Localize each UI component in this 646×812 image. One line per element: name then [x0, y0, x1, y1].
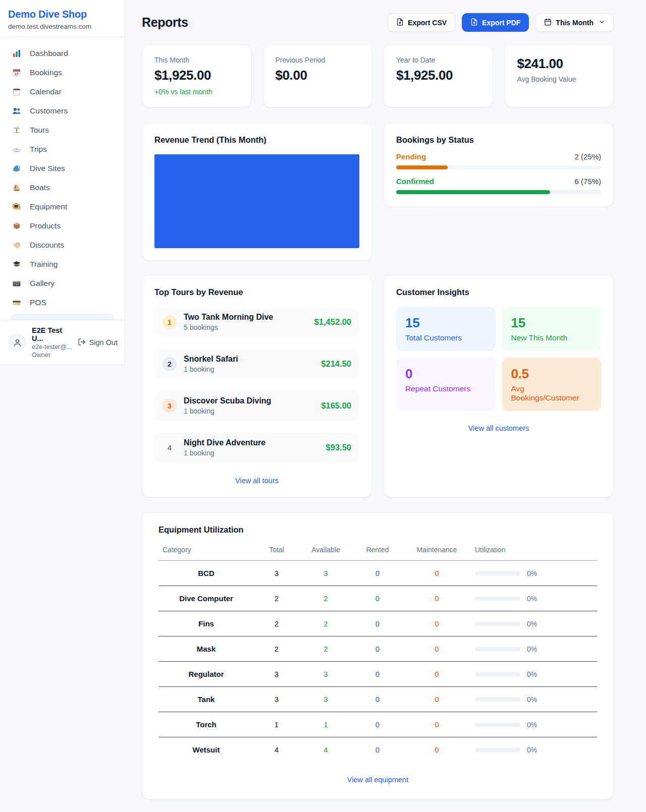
sidebar-item-boats[interactable]: Boats — [6, 178, 119, 197]
sidebar-item-discounts[interactable]: Discounts — [6, 236, 119, 255]
mid-row: Top Tours by Revenue 1 Two Tank Morning … — [142, 275, 614, 497]
cell-maintenance: 0 — [403, 611, 471, 636]
stat-label: Year to Date — [396, 56, 480, 64]
view-all-tours-link[interactable]: View all tours — [154, 477, 359, 485]
status-row-confirmed: Confirmed 6 (75%) — [396, 177, 601, 194]
sidebar-item-trips[interactable]: Trips — [6, 140, 119, 159]
camera-icon — [12, 279, 22, 288]
tour-row[interactable]: 4 Night Dive Adventure 1 booking $93.50 — [154, 433, 359, 462]
sidebar-item-dashboard[interactable]: Dashboard — [6, 44, 119, 63]
sidebar-item-label: Dashboard — [30, 49, 68, 58]
sidebar-item-dive-sites[interactable]: Dive Sites — [6, 159, 119, 178]
tile-avg-bookings-customer: 0.5 Avg Bookings/Customer — [502, 358, 602, 411]
sidebar-user-footer: E2E Test U... e2e-tester@... Owner Sign … — [0, 320, 125, 365]
stat-card-year-to-date: Year to Date $1,925.00 — [384, 44, 493, 107]
cell-rented: 0 — [352, 737, 403, 763]
sidebar-item-tours[interactable]: Tours — [6, 121, 119, 140]
period-select[interactable]: This Month — [535, 13, 614, 32]
user-name: E2E Test U... — [32, 326, 72, 342]
tour-amount: $1,452.00 — [314, 317, 351, 327]
progress-track — [396, 190, 601, 194]
view-all-customers-link[interactable]: View all customers — [396, 424, 601, 432]
status-value: 2 (25%) — [574, 152, 601, 161]
cell-available: 4 — [299, 737, 352, 763]
cell-rented: 0 — [352, 662, 403, 687]
cell-category: Torch — [158, 712, 254, 737]
export-pdf-label: Export PDF — [482, 19, 520, 27]
cell-available: 2 — [299, 611, 352, 636]
cell-rented: 0 — [352, 712, 403, 737]
sidebar-item-reports-partial[interactable] — [10, 314, 115, 320]
tile-value: 15 — [511, 315, 593, 331]
period-label: This Month — [556, 19, 594, 27]
tile-value: 0 — [405, 366, 487, 382]
equipment-table: Category Total Available Rented Maintena… — [158, 538, 597, 762]
tag-icon — [12, 241, 22, 250]
cell-total: 4 — [254, 737, 299, 763]
calendar-icon — [544, 18, 552, 27]
sidebar: Demo Dive Shop demo.test.divestreams.com… — [0, 0, 125, 365]
tour-amount: $93.50 — [326, 443, 351, 452]
user-email: e2e-tester@... — [32, 343, 72, 351]
sidebar-item-products[interactable]: Products — [6, 216, 119, 236]
tour-bookings: 1 booking — [184, 449, 319, 457]
progress-fill — [396, 190, 550, 194]
utilization-percent: 0% — [527, 595, 537, 603]
sign-out-button[interactable]: Sign Out — [78, 338, 118, 347]
utilization-percent: 0% — [527, 569, 537, 577]
brand: Demo Dive Shop demo.test.divestreams.com — [0, 0, 125, 37]
tour-row[interactable]: 1 Two Tank Morning Dive 5 bookings $1,45… — [154, 307, 359, 337]
sidebar-item-equipment[interactable]: Equipment — [6, 197, 119, 216]
insight-tiles: 15 Total Customers 15 New This Month 0 R… — [396, 307, 601, 411]
table-row: Dive Computer 2 2 0 0 0% — [158, 586, 597, 611]
sidebar-item-label: Dive Sites — [30, 164, 65, 173]
wave-icon — [12, 164, 22, 173]
file-download-icon — [396, 18, 404, 27]
sidebar-item-training[interactable]: Training — [6, 255, 119, 274]
export-pdf-button[interactable]: Export PDF — [462, 13, 529, 32]
rank-badge: 2 — [163, 357, 177, 371]
status-label: Pending — [396, 152, 426, 161]
progress-fill — [396, 165, 448, 169]
cell-total: 3 — [254, 561, 299, 586]
status-label: Confirmed — [396, 177, 434, 186]
status-value: 6 (75%) — [574, 177, 601, 186]
tear-off-calendar-icon — [12, 87, 22, 96]
tour-name: Snorkel Safari — [184, 355, 314, 364]
sidebar-item-customers[interactable]: Customers — [6, 101, 119, 121]
sign-out-label: Sign Out — [89, 338, 118, 346]
sidebar-item-label: Products — [30, 221, 61, 230]
cell-rented: 0 — [352, 586, 403, 611]
sidebar-item-label: POS — [30, 298, 46, 307]
utilization-bar — [475, 698, 520, 702]
equipment-utilization-panel: Equipment Utilization Category Total Ava… — [142, 512, 614, 799]
user-role: Owner — [32, 352, 72, 359]
export-csv-label: Export CSV — [408, 19, 447, 27]
tour-amount: $214.50 — [321, 359, 351, 369]
tour-row[interactable]: 2 Snorkel Safari 1 booking $214.50 — [154, 349, 359, 379]
sidebar-item-calendar[interactable]: Calendar — [6, 82, 119, 101]
cell-maintenance: 0 — [403, 561, 471, 586]
sailboat-icon — [12, 183, 22, 192]
bookings-by-status-title: Bookings by Status — [396, 135, 601, 145]
sidebar-item-bookings[interactable]: 17 Bookings — [6, 63, 119, 82]
cell-rented: 0 — [352, 561, 403, 586]
sidebar-item-pos[interactable]: POS — [6, 293, 119, 312]
cell-maintenance: 0 — [403, 662, 471, 687]
stat-card-this-month: This Month $1,925.00 +0% vs last month — [142, 44, 251, 107]
utilization-percent: 0% — [527, 670, 537, 678]
top-tours-title: Top Tours by Revenue — [154, 287, 359, 297]
tour-row[interactable]: 3 Discover Scuba Diving 1 booking $165.0… — [154, 391, 359, 421]
cell-available: 3 — [299, 687, 352, 712]
tile-value: 0.5 — [511, 366, 593, 382]
revenue-trend-panel: Revenue Trend (This Month) — [142, 123, 372, 261]
column-header-maintenance: Maintenance — [403, 538, 471, 561]
cell-category: Wetsuit — [158, 737, 254, 763]
export-csv-button[interactable]: Export CSV — [388, 13, 455, 32]
tile-value: 15 — [405, 315, 487, 331]
column-header-available: Available — [299, 538, 352, 561]
view-all-equipment-link[interactable]: View all equipment — [158, 776, 597, 784]
sidebar-nav: Dashboard 17 Bookings Calendar Customers… — [0, 37, 125, 320]
sidebar-item-gallery[interactable]: Gallery — [6, 274, 119, 293]
rank-badge: 4 — [163, 441, 177, 455]
